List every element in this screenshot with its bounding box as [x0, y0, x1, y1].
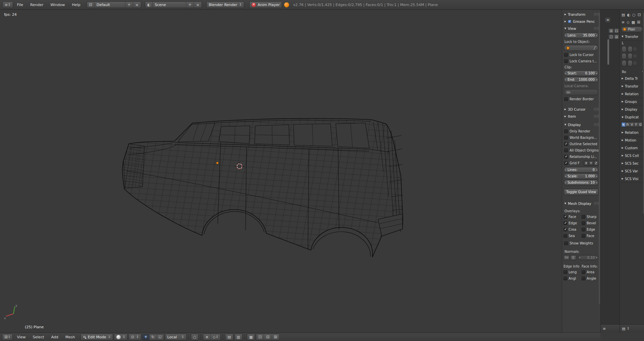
normals-size-slider[interactable]: 0.10	[578, 255, 598, 260]
edge-select-toggle[interactable]	[264, 334, 272, 340]
screen-layout-browse-button[interactable]	[87, 2, 95, 8]
render-border-row[interactable]: Render Border	[564, 96, 599, 102]
region-icon[interactable]	[609, 35, 613, 39]
menu-view[interactable]: View	[14, 333, 29, 341]
panel-duplication[interactable]: Duplicat	[621, 113, 643, 121]
viewport-shading-dropdown[interactable]	[114, 334, 127, 340]
clip-start-slider[interactable]: Start:0.100	[564, 70, 598, 76]
editor-type-button[interactable]	[2, 1, 13, 8]
n-panel-scrollbar[interactable]	[599, 12, 600, 304]
checkbox[interactable]	[564, 142, 568, 146]
rotation-y-field[interactable]	[628, 53, 633, 59]
face-angle-toggle[interactable]: Angle	[582, 277, 596, 280]
opengl-render-anim-button[interactable]	[234, 334, 243, 340]
overlay-face-marks[interactable]: Face	[582, 234, 594, 238]
panel-display-options[interactable]: Display	[621, 106, 643, 113]
checkbox[interactable]	[564, 136, 568, 139]
modifiers-tab-icon[interactable]	[622, 20, 625, 24]
menu-mesh[interactable]: Mesh	[62, 333, 78, 341]
world-tab-icon[interactable]	[632, 13, 636, 17]
checkbox[interactable]	[564, 161, 568, 165]
location-z-field[interactable]	[622, 60, 627, 66]
checkbox[interactable]	[564, 97, 568, 101]
lock-camera-row[interactable]: Lock Camera t...	[564, 58, 599, 64]
panel-grip[interactable]	[594, 13, 599, 16]
all-object-origins-row[interactable]: All Object Origins	[564, 147, 599, 154]
duplication-group-option[interactable]: G	[638, 122, 642, 127]
checkbox[interactable]	[564, 215, 567, 219]
duplication-frames-option[interactable]: Fr	[626, 122, 630, 127]
checkbox[interactable]	[582, 215, 585, 219]
lock-x-toggle[interactable]	[634, 48, 636, 50]
panel-relations-extras[interactable]: Relation	[621, 129, 643, 136]
checkbox[interactable]	[564, 241, 568, 245]
panel-grip[interactable]	[594, 123, 599, 126]
grid-floor-row[interactable]: Grid F X Y Z	[564, 160, 599, 166]
panel-display-header[interactable]: Display	[564, 121, 599, 128]
grid-axis-y-toggle[interactable]: Y	[589, 161, 594, 166]
panel-scs-variants[interactable]: SCS Var	[621, 167, 643, 175]
lock-y-toggle[interactable]	[634, 55, 636, 57]
checkbox[interactable]	[564, 221, 567, 225]
panel-grip[interactable]	[594, 202, 599, 205]
face-area-toggle[interactable]: Area	[582, 270, 594, 274]
panel-delta-transform[interactable]: Delta Tr	[621, 75, 643, 82]
mode-dropdown[interactable]: Edit Mode	[80, 334, 113, 340]
scene-tab-icon[interactable]	[627, 13, 630, 17]
panel-view-header[interactable]: View	[564, 25, 599, 32]
clip-end-slider[interactable]: End:1000.000	[564, 77, 598, 82]
scene-name[interactable]: Scene	[153, 2, 186, 8]
snap-toggle[interactable]	[203, 334, 211, 340]
relationship-lines-row[interactable]: Relationship Li...	[564, 154, 599, 160]
properties-editor-icon[interactable]	[622, 327, 625, 331]
overlay-crease[interactable]: Crea	[564, 228, 582, 231]
collapsed-outliner-region[interactable]	[600, 10, 620, 333]
checkbox[interactable]	[582, 234, 585, 238]
panel-groups[interactable]: Groups	[621, 98, 643, 106]
edge-length-toggle[interactable]: Leng	[564, 270, 582, 274]
material-tab-icon[interactable]	[632, 20, 635, 24]
panel-item[interactable]: Item	[564, 113, 599, 120]
region-icon[interactable]	[614, 29, 619, 33]
add-screen-layout-button[interactable]	[125, 2, 133, 8]
panel-grease-pencil[interactable]: Grease Penc	[564, 18, 599, 25]
world-background-row[interactable]: World Backgro...	[564, 134, 599, 141]
menu-window[interactable]: Window	[47, 0, 68, 9]
scene-browse-button[interactable]	[145, 2, 153, 8]
panel-scs-collision[interactable]: SCS Coll	[621, 152, 643, 160]
location-y-field[interactable]	[622, 53, 627, 59]
menu-render[interactable]: Render	[27, 0, 46, 9]
scale-manipulator-toggle[interactable]	[157, 334, 164, 340]
duplication-faces-option[interactable]: F	[634, 122, 639, 127]
eyedropper-icon[interactable]	[594, 46, 596, 50]
checkbox[interactable]	[582, 277, 585, 280]
region-icon[interactable]	[609, 29, 613, 33]
checkbox[interactable]	[564, 59, 568, 63]
add-scene-button[interactable]	[186, 2, 194, 8]
panel-scs-visibility[interactable]: SCS Visi	[621, 175, 643, 183]
overlay-seams[interactable]: Sea	[564, 234, 582, 238]
panel-relations[interactable]: Relation	[621, 90, 643, 98]
show-weights-row[interactable]: Show Weights	[564, 240, 599, 246]
pivot-center-dropdown[interactable]	[128, 334, 141, 340]
data-tab-icon[interactable]	[627, 20, 629, 24]
checkbox[interactable]	[564, 53, 568, 57]
opengl-render-button[interactable]	[225, 334, 233, 340]
panel-grip[interactable]	[594, 27, 599, 30]
object-name-field[interactable]: Plan	[621, 26, 643, 32]
checkbox[interactable]	[564, 270, 567, 274]
editor-type-icon[interactable]	[603, 327, 606, 331]
panel-transform[interactable]: Transform	[564, 11, 599, 18]
toggle-quad-view-button[interactable]: Toggle Quad View	[564, 189, 598, 195]
checkbox[interactable]	[564, 129, 568, 133]
render-tab-icon[interactable]	[622, 13, 625, 17]
lock-to-cursor-row[interactable]: Lock to Cursor	[564, 52, 599, 58]
duplication-none-option[interactable]: N	[622, 122, 626, 127]
face-normals-toggle[interactable]	[564, 255, 570, 260]
panel-3d-cursor[interactable]: 3D Cursor	[564, 106, 599, 113]
checkbox[interactable]	[582, 228, 585, 231]
object-tab-icon[interactable]	[638, 13, 641, 17]
overlay-bevel[interactable]: Bevel	[582, 221, 596, 225]
checkbox[interactable]	[564, 277, 567, 280]
lock-z-toggle[interactable]	[634, 62, 636, 64]
